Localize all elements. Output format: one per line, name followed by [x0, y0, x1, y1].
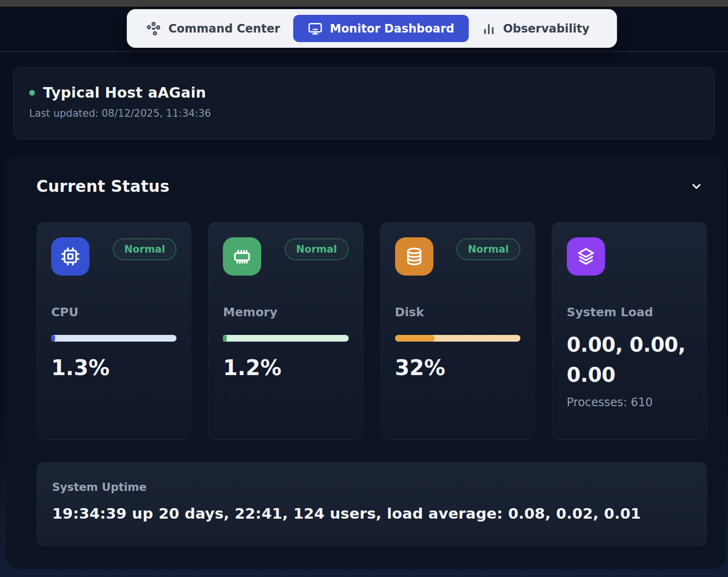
section-title: Current Status [36, 177, 169, 196]
cpu-progress-fill [51, 335, 55, 342]
tab-label: Command Center [168, 22, 280, 35]
tab-label: Observability [503, 22, 590, 35]
system-load-metric-card: System Load 0.00, 0.00, 0.00 Processes: … [552, 222, 707, 440]
metric-value: 32% [395, 355, 520, 380]
top-navigation: Command Center Monitor Dashboard Observa… [0, 7, 728, 52]
metric-label: Disk [395, 305, 520, 319]
nodes-icon [146, 21, 161, 36]
tab-observability[interactable]: Observability [469, 10, 603, 47]
tab-label: Monitor Dashboard [330, 22, 454, 35]
host-status-dot [29, 90, 35, 96]
status-badge-label: Normal [296, 244, 337, 255]
metric-value: 1.3% [51, 355, 176, 380]
status-badge: Normal [285, 238, 349, 260]
uptime-label: System Uptime [52, 481, 691, 493]
processes-count: Processes: 610 [567, 396, 692, 409]
metric-label: CPU [51, 305, 176, 319]
nav-tab-group: Command Center Monitor Dashboard Observa… [127, 9, 617, 48]
current-status-panel: Current Status Normal [6, 155, 726, 569]
memory-metric-card: Normal Memory 1.2% [208, 222, 363, 440]
status-badge: Normal [456, 238, 520, 260]
memory-chip-icon [223, 237, 261, 276]
tab-monitor-dashboard[interactable]: Monitor Dashboard [293, 15, 469, 42]
browser-chrome-bar [0, 0, 728, 7]
cpu-progress-bar [51, 335, 176, 342]
disk-progress-bar [395, 335, 520, 342]
status-badge-label: Normal [468, 244, 509, 255]
metric-cards-row: Normal CPU 1.3% Normal [36, 222, 707, 440]
host-card: Typical Host aAGain Last updated: 08/12/… [13, 67, 715, 139]
status-badge: Normal [113, 238, 177, 260]
cpu-icon [51, 237, 89, 276]
chevron-down-icon[interactable] [690, 179, 707, 193]
disk-metric-card: Normal Disk 32% [380, 222, 535, 440]
metric-value: 1.2% [223, 355, 348, 380]
memory-progress-bar [223, 335, 348, 342]
last-updated-text: Last updated: 08/12/2025, 11:34:36 [29, 108, 699, 119]
database-icon [395, 237, 433, 276]
system-uptime-card: System Uptime 19:34:39 up 20 days, 22:41… [36, 462, 707, 546]
bar-chart-icon [482, 22, 496, 36]
metric-label: System Load [567, 305, 692, 319]
host-name: Typical Host aAGain [43, 84, 206, 101]
metric-label: Memory [223, 305, 348, 319]
cpu-metric-card: Normal CPU 1.3% [36, 222, 191, 440]
status-badge-label: Normal [124, 244, 165, 255]
monitor-icon [308, 21, 323, 36]
tab-command-center[interactable]: Command Center [133, 10, 293, 47]
uptime-value: 19:34:39 up 20 days, 22:41, 124 users, l… [52, 505, 691, 522]
system-load-value: 0.00, 0.00, 0.00 [567, 330, 692, 390]
memory-progress-fill [223, 335, 227, 342]
disk-progress-fill [395, 335, 435, 342]
layers-icon [567, 237, 605, 276]
